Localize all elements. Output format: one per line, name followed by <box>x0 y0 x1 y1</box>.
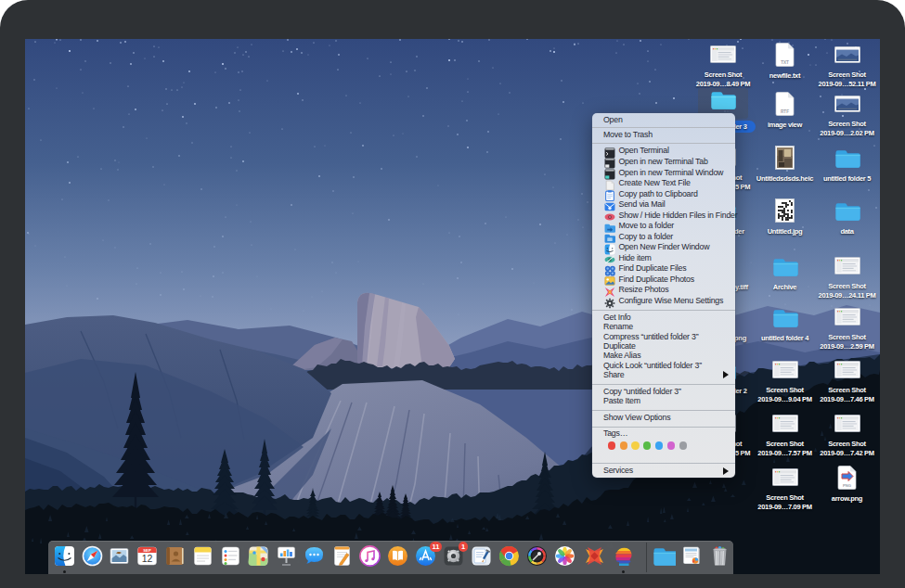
svg-text:12: 12 <box>141 553 152 564</box>
svg-text:PNG: PNG <box>843 483 851 488</box>
svg-text:RTF: RTF <box>781 109 789 114</box>
svg-text:TXT: TXT <box>781 60 789 65</box>
